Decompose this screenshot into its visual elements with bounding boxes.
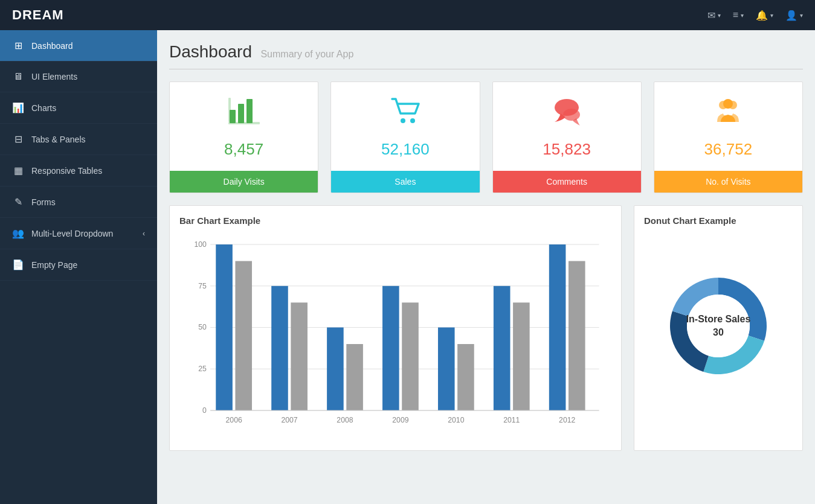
ui-elements-icon: 🖥 <box>12 71 24 82</box>
sidebar-label-dashboard: Dashboard <box>31 41 73 51</box>
svg-text:25: 25 <box>198 365 207 373</box>
svg-text:2010: 2010 <box>448 416 464 424</box>
bar-chart-title: Bar Chart Example <box>179 215 611 226</box>
stat-card-body: 36,752 <box>654 82 802 171</box>
svg-point-9 <box>563 109 580 121</box>
user-nav-btn[interactable]: 👤 ▾ <box>785 10 803 21</box>
sidebar-label-responsive-tables: Responsive Tables <box>31 166 102 176</box>
svg-rect-24 <box>235 261 252 411</box>
sidebar-item-multi-level[interactable]: 👥 Multi-Level Dropdown ‹ <box>0 218 157 249</box>
bar-chart-card: Bar Chart Example 0255075100200620072008… <box>169 205 622 451</box>
list-nav-btn[interactable]: ≡ ▾ <box>733 10 744 21</box>
stat-label-1: Sales <box>331 171 479 193</box>
svg-rect-23 <box>216 244 233 410</box>
svg-text:2012: 2012 <box>559 416 575 424</box>
forms-icon: ✎ <box>12 196 24 208</box>
page-subtitle: Summary of your App <box>260 49 353 59</box>
donut-center-value: 30 <box>686 326 751 339</box>
layout: ⊞ Dashboard 🖥 UI Elements 📊 Charts ⊟ Tab… <box>0 30 815 504</box>
sidebar-label-tabs-panels: Tabs & Panels <box>31 135 86 144</box>
svg-rect-1 <box>238 104 244 123</box>
svg-text:50: 50 <box>198 324 207 332</box>
svg-text:2007: 2007 <box>281 416 297 424</box>
stat-card-body: 8,457 <box>170 82 318 171</box>
svg-rect-30 <box>346 344 363 410</box>
svg-rect-4 <box>228 122 260 124</box>
svg-text:2009: 2009 <box>392 416 408 424</box>
svg-rect-35 <box>438 328 455 411</box>
svg-text:2008: 2008 <box>337 416 353 424</box>
svg-rect-38 <box>494 286 511 410</box>
stat-card-daily-visits: 8,457 Daily Visits <box>169 81 318 193</box>
topnav-icons: ✉ ▾ ≡ ▾ 🔔 ▾ 👤 ▾ <box>707 10 803 21</box>
sidebar-item-dashboard[interactable]: ⊞ Dashboard <box>0 30 157 62</box>
sidebar-label-empty-page: Empty Page <box>31 260 77 270</box>
stat-label-0: Daily Visits <box>170 171 318 193</box>
stat-icon-0 <box>182 94 306 135</box>
svg-rect-32 <box>382 286 399 410</box>
svg-rect-29 <box>327 328 344 411</box>
stat-value-0: 8,457 <box>182 140 306 159</box>
multi-level-icon: 👥 <box>12 228 24 239</box>
sidebar-label-charts: Charts <box>31 103 56 113</box>
svg-rect-3 <box>228 98 231 122</box>
stat-card-no.-of-visits: 36,752 No. of Visits <box>654 81 803 193</box>
dashboard-icon: ⊞ <box>12 40 24 51</box>
svg-rect-5 <box>231 97 255 99</box>
page-title: Dashboard <box>169 42 252 61</box>
email-nav-btn[interactable]: ✉ ▾ <box>707 10 721 21</box>
svg-text:2006: 2006 <box>226 416 242 424</box>
main-content: Dashboard Summary of your App 8,457 Dail… <box>157 30 815 504</box>
donut-chart-card: Donut Chart Example In-Store Sales 30 <box>634 205 803 451</box>
svg-rect-26 <box>271 286 288 410</box>
stat-icon-1 <box>343 94 467 135</box>
stats-row: 8,457 Daily Visits 52,160 Sales 15,823 C… <box>169 81 803 193</box>
tables-icon: ▦ <box>12 165 24 176</box>
svg-point-7 <box>410 118 415 123</box>
donut-chart-title: Donut Chart Example <box>644 215 793 226</box>
multi-level-arrow: ‹ <box>143 229 145 238</box>
donut-center-label: In-Store Sales <box>686 313 751 326</box>
svg-rect-41 <box>549 244 566 410</box>
page-header: Dashboard Summary of your App <box>169 42 803 69</box>
empty-page-icon: 📄 <box>12 259 24 270</box>
stat-card-body: 15,823 <box>493 82 641 171</box>
stat-label-3: No. of Visits <box>654 171 802 193</box>
sidebar-label-forms: Forms <box>31 197 56 207</box>
charts-icon: 📊 <box>12 102 24 113</box>
sidebar-item-ui-elements[interactable]: 🖥 UI Elements <box>0 62 157 92</box>
stat-value-2: 15,823 <box>505 140 629 159</box>
stat-card-comments: 15,823 Comments <box>492 81 642 193</box>
sidebar-item-tabs-panels[interactable]: ⊟ Tabs & Panels <box>0 124 157 155</box>
stat-value-3: 36,752 <box>666 140 790 159</box>
svg-rect-42 <box>569 261 585 411</box>
tabs-icon: ⊟ <box>12 133 24 145</box>
stat-icon-3 <box>666 94 790 135</box>
sidebar-item-charts[interactable]: 📊 Charts <box>0 92 157 124</box>
svg-text:100: 100 <box>195 240 207 249</box>
brand: DREAM <box>12 7 64 23</box>
sidebar-label-multi-level: Multi-Level Dropdown <box>31 229 113 238</box>
sidebar: ⊞ Dashboard 🖥 UI Elements 📊 Charts ⊟ Tab… <box>0 30 157 504</box>
stat-card-body: 52,160 <box>331 82 479 171</box>
svg-point-12 <box>723 99 733 109</box>
donut-label: In-Store Sales 30 <box>686 313 751 340</box>
stat-label-2: Comments <box>493 171 641 193</box>
bell-nav-btn[interactable]: 🔔 ▾ <box>756 10 773 21</box>
sidebar-label-ui-elements: UI Elements <box>31 72 77 81</box>
stat-value-1: 52,160 <box>343 140 467 159</box>
svg-text:0: 0 <box>202 406 207 415</box>
svg-rect-2 <box>246 99 253 123</box>
svg-point-6 <box>401 118 405 123</box>
sidebar-item-forms[interactable]: ✎ Forms <box>0 187 157 218</box>
bar-chart-container: 02550751002006200720082009201020112012 <box>179 235 611 441</box>
sidebar-item-empty-page[interactable]: 📄 Empty Page <box>0 249 157 281</box>
stat-card-sales: 52,160 Sales <box>330 81 480 193</box>
svg-text:75: 75 <box>198 282 207 290</box>
bar-chart-svg: 02550751002006200720082009201020112012 <box>179 235 611 441</box>
stat-icon-2 <box>505 94 629 135</box>
topnav: DREAM ✉ ▾ ≡ ▾ 🔔 ▾ 👤 ▾ <box>0 0 815 30</box>
sidebar-item-responsive-tables[interactable]: ▦ Responsive Tables <box>0 155 157 187</box>
svg-text:2011: 2011 <box>503 416 520 424</box>
svg-rect-39 <box>513 302 530 410</box>
